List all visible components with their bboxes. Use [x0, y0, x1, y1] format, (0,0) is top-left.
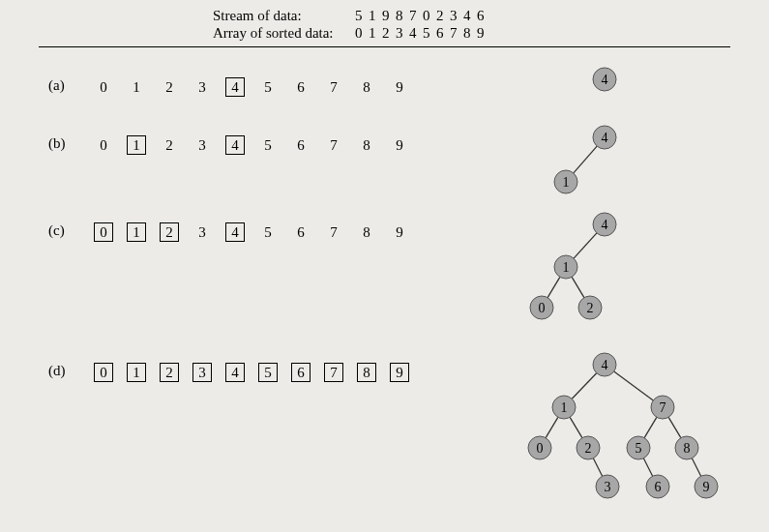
- array-cell: 7: [317, 137, 350, 154]
- array-cell: 2: [153, 137, 186, 154]
- tree-edge: [574, 233, 597, 258]
- array-cell: 9: [383, 137, 416, 154]
- array-cell: 2: [153, 79, 186, 96]
- tree-node-label: 4: [602, 73, 608, 87]
- array-cell: 8: [350, 224, 383, 241]
- array-cell: 4: [219, 222, 251, 242]
- array-row-c: (c)0123456789: [48, 222, 416, 242]
- tree-edge: [644, 417, 657, 437]
- header-value: 2: [379, 25, 393, 42]
- array-cell: 1: [120, 363, 153, 382]
- tree-node-label: 1: [563, 175, 570, 190]
- tree-edge: [547, 277, 560, 297]
- header-value: 0: [420, 8, 433, 24]
- header-value: 2: [433, 8, 447, 24]
- array-cell: 0: [87, 79, 120, 96]
- header-values-sorted: 0123456789: [352, 25, 488, 41]
- tree-edge: [614, 371, 654, 400]
- tree-node-label: 4: [602, 131, 608, 145]
- tree-edge: [692, 458, 700, 477]
- array-cell: 8: [350, 137, 383, 154]
- array-cell: 6: [284, 363, 317, 382]
- array-cell: 7: [317, 224, 350, 241]
- array-cell: 0: [87, 137, 120, 154]
- header-value: 9: [474, 25, 488, 42]
- tree-edge: [546, 417, 558, 437]
- array-cell: 5: [251, 224, 284, 241]
- header-value: 4: [406, 25, 420, 42]
- array-cell: 7: [317, 363, 350, 382]
- header-value: 0: [352, 25, 366, 42]
- boxed-cell: 3: [192, 363, 212, 382]
- array-cell: 7: [317, 79, 350, 96]
- array-cell: 2: [153, 363, 186, 382]
- header-value: 5: [420, 25, 433, 42]
- header-value: 9: [379, 8, 393, 24]
- tree-node-label: 0: [537, 441, 544, 456]
- tree-node-label: 2: [587, 301, 594, 315]
- boxed-cell: 8: [357, 363, 376, 382]
- header-value: 8: [393, 8, 406, 24]
- tree-node-label: 4: [602, 358, 608, 372]
- array-cell: 5: [251, 79, 284, 96]
- header-value: 6: [474, 8, 488, 24]
- tree-edge: [572, 277, 584, 297]
- tree-b: 41: [479, 124, 730, 199]
- array-cell: 6: [284, 224, 317, 241]
- tree-node-label: 9: [703, 480, 710, 494]
- array-cell: 3: [186, 224, 219, 241]
- boxed-cell: 5: [258, 363, 278, 382]
- header-line-1: Stream of data: 5198702346: [213, 8, 488, 24]
- row-tag: (a): [48, 77, 87, 94]
- array-cell: 6: [284, 79, 317, 96]
- row-tag: (b): [48, 135, 87, 152]
- array-cell: 5: [251, 137, 284, 154]
- header-value: 6: [433, 25, 447, 42]
- divider: [39, 46, 730, 47]
- header-value: 3: [393, 25, 406, 42]
- boxed-cell: 7: [324, 363, 343, 382]
- tree-c: 4102: [479, 211, 730, 325]
- header-value: 7: [406, 8, 420, 24]
- boxed-cell: 4: [225, 363, 245, 382]
- tree-edge: [643, 458, 652, 477]
- boxed-cell: 1: [127, 135, 146, 155]
- header-value: 8: [460, 25, 474, 42]
- array-cell: 9: [383, 363, 416, 382]
- boxed-cell: 2: [160, 222, 179, 242]
- array-cell: 5: [251, 363, 284, 382]
- array-cell: 8: [350, 79, 383, 96]
- array-cell: 1: [120, 222, 153, 242]
- boxed-cell: 4: [225, 135, 245, 155]
- array-cell: 8: [350, 363, 383, 382]
- tree-node-label: 5: [636, 441, 642, 456]
- array-cell: 0: [87, 363, 120, 382]
- boxed-cell: 1: [127, 363, 146, 382]
- tree-edge: [572, 373, 596, 399]
- array-cell: 4: [219, 363, 251, 382]
- header-label-stream: Stream of data:: [213, 8, 348, 24]
- tree-a: 4: [479, 66, 730, 95]
- array-cell: 3: [186, 363, 219, 382]
- row-tag: (d): [48, 363, 87, 379]
- tree-node-label: 4: [602, 218, 608, 232]
- array-cell: 3: [186, 137, 219, 154]
- tree-node-label: 8: [684, 441, 691, 456]
- array-cell: 3: [186, 79, 219, 96]
- boxed-cell: 0: [94, 222, 113, 242]
- header-value: 1: [366, 25, 379, 42]
- header-value: 1: [366, 8, 379, 24]
- array-cell: 1: [120, 135, 153, 155]
- array-cell: 6: [284, 137, 317, 154]
- tree-node-label: 2: [585, 441, 592, 456]
- boxed-cell: 9: [390, 363, 409, 382]
- header-label-sorted: Array of sorted data:: [213, 25, 348, 42]
- header-value: 5: [352, 8, 366, 24]
- tree-edge: [574, 146, 597, 173]
- header-values-stream: 5198702346: [352, 8, 488, 23]
- header-value: 4: [460, 8, 474, 24]
- array-row-b: (b)0123456789: [48, 135, 416, 155]
- header-line-2: Array of sorted data: 0123456789: [213, 25, 488, 42]
- tree-edge: [570, 417, 582, 437]
- boxed-cell: 6: [291, 363, 311, 382]
